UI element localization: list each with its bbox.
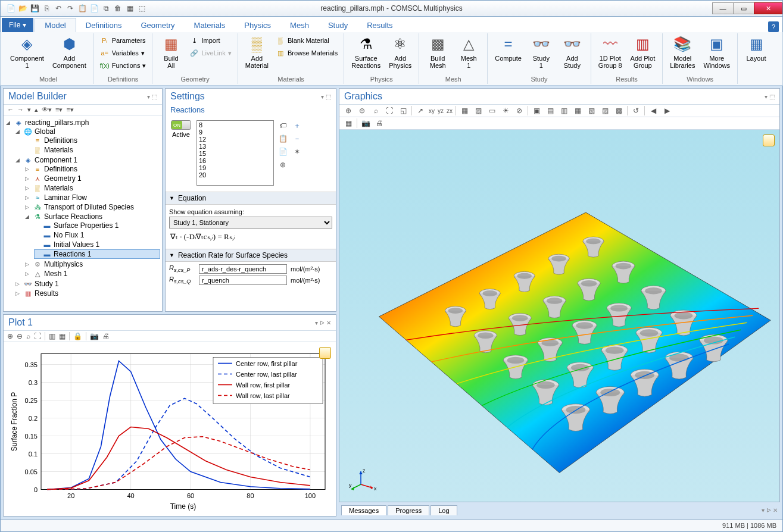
print-icon[interactable]: 🖨 — [374, 119, 385, 127]
tree-initvals[interactable]: ▬Initial Values 1 — [35, 240, 160, 249]
render-icon[interactable]: ▦ — [343, 119, 354, 127]
camera-icon[interactable]: 📷 — [360, 119, 371, 127]
zoom-in-icon[interactable]: ⊕ — [343, 107, 354, 115]
tab-messages[interactable]: Messages — [341, 505, 386, 515]
add-component-button[interactable]: ⬢Add Component — [49, 33, 90, 70]
sel2-icon[interactable]: ▤ — [545, 107, 556, 115]
livelink-button[interactable]: 🔗LiveLink ▾ — [187, 47, 233, 59]
tree-mats[interactable]: ▷▒Materials — [25, 184, 160, 192]
model-tree[interactable]: ◢◈reacting_pillars.mph ◢🌐Global ≡Definit… — [4, 115, 162, 311]
sel6-icon[interactable]: ▨ — [600, 107, 610, 115]
tab-progress[interactable]: Progress — [388, 505, 429, 515]
zoom-out-icon[interactable]: ⊖ — [357, 107, 367, 115]
tree-results[interactable]: ▷▥Results — [15, 289, 160, 298]
selection-item[interactable]: 19 — [198, 164, 273, 171]
tab-definitions[interactable]: Definitions — [76, 18, 132, 32]
model-libraries-button[interactable]: 📚Model Libraries — [666, 33, 698, 70]
build-mesh-button[interactable]: ▩Build Mesh — [423, 33, 453, 70]
selection-item[interactable]: 12 — [198, 136, 273, 143]
tree-mesh[interactable]: ▷△Mesh 1 — [25, 270, 160, 278]
zoom-out-icon[interactable]: ⊖ — [17, 332, 23, 340]
blank-material-button[interactable]: ▒Blank Material — [273, 35, 340, 46]
tab-geometry[interactable]: Geometry — [131, 18, 184, 32]
rate2-input[interactable] — [199, 276, 287, 285]
zoom-box-icon[interactable]: ⌕ — [26, 332, 30, 340]
undo-icon[interactable]: ↶ — [53, 3, 64, 14]
parameters-button[interactable]: PᵢParameters — [98, 35, 149, 46]
selection-item[interactable]: 20 — [198, 171, 273, 179]
window-icon[interactable]: ⬚ — [136, 3, 147, 14]
selection-listbox[interactable]: 89121315161920 — [196, 120, 274, 186]
sel3-icon[interactable]: ▥ — [559, 107, 569, 115]
study-select[interactable]: Study 1, Stationary — [169, 217, 332, 229]
layout-button[interactable]: ▦Layout — [741, 33, 771, 63]
tree-laminar[interactable]: ▷≈Laminar Flow — [25, 193, 160, 202]
save-icon[interactable]: 💾 — [29, 3, 40, 14]
remove-icon[interactable]: － — [292, 133, 302, 144]
tree-comp1[interactable]: ◢◈Component 1 — [15, 156, 160, 164]
paste-icon[interactable]: 📄 — [277, 146, 288, 157]
selection-item[interactable]: 9 — [198, 129, 273, 136]
collapse-icon[interactable]: ▴ — [35, 106, 38, 114]
tab-model[interactable]: Model — [35, 18, 76, 32]
open-icon[interactable]: 📂 — [17, 3, 28, 14]
close-button[interactable]: ✕ — [754, 2, 782, 14]
transp-icon[interactable]: ▦ — [459, 107, 470, 115]
copy-icon[interactable]: 📋 — [77, 3, 88, 14]
lock-icon[interactable]: 🔒 — [73, 332, 82, 340]
tab-mesh[interactable]: Mesh — [280, 18, 319, 32]
reset-icon[interactable]: ↺ — [631, 107, 641, 115]
tree-reactions[interactable]: ▬Reactions 1 — [35, 250, 160, 258]
zoom-box-icon[interactable]: ⌕ — [370, 107, 381, 115]
rate-section-hdr[interactable]: ▼Reaction Rate for Surface Species — [166, 249, 336, 262]
active-toggle[interactable]: ON — [171, 120, 191, 130]
eye-icon[interactable]: 👁▾ — [42, 106, 52, 114]
expand-icon[interactable]: ▾ — [27, 106, 31, 114]
panel-controls[interactable]: ▾ ⬚ — [147, 93, 157, 100]
study1-button[interactable]: 👓Study 1 — [526, 33, 556, 70]
tree-global[interactable]: ◢🌐Global — [15, 127, 160, 136]
panel-controls[interactable]: ▾ ᐅ ✕ — [762, 507, 778, 514]
sel4-icon[interactable]: ▦ — [572, 107, 583, 115]
tree-tds[interactable]: ▷⁂Transport of Diluted Species — [25, 203, 160, 211]
selection-item[interactable]: 13 — [198, 143, 273, 150]
graphics-canvas[interactable]: x y z — [339, 130, 779, 502]
save-as-icon[interactable]: ⎘ — [41, 3, 52, 14]
tree-geom[interactable]: ▷⋏Geometry 1 — [25, 174, 160, 183]
grid-icon[interactable]: ▥ — [49, 332, 55, 340]
zoom-extents-icon[interactable]: ⛶ — [34, 332, 41, 340]
axis-icon[interactable]: ↗ — [415, 107, 426, 115]
compute-button[interactable]: =Compute — [491, 33, 525, 63]
minimize-button[interactable]: — — [712, 2, 734, 14]
component-button[interactable]: ◈Component 1 — [7, 33, 48, 70]
sel1-icon[interactable]: ▣ — [531, 107, 542, 115]
new-icon[interactable]: 📄 — [5, 3, 16, 14]
add-material-button[interactable]: ▒Add Material — [242, 33, 272, 70]
panel-controls[interactable]: ▾ ⬚ — [765, 93, 775, 100]
selection-item[interactable]: 16 — [198, 157, 273, 164]
grid2-icon[interactable]: ▦ — [59, 332, 65, 340]
surface-reactions-button[interactable]: ⚗Surface Reactions — [348, 33, 384, 70]
tree-surface-props[interactable]: ▬Surface Properties 1 — [35, 221, 160, 230]
hide-icon[interactable]: ▭ — [486, 107, 497, 115]
help-button[interactable]: ? — [768, 21, 779, 32]
tree-global-mats[interactable]: ▒Materials — [25, 146, 160, 154]
import-button[interactable]: ⤓Import — [187, 35, 233, 46]
redo-icon[interactable]: ↷ — [65, 3, 76, 14]
tab-log[interactable]: Log — [431, 505, 457, 515]
functions-button[interactable]: f(x)Functions ▾ — [98, 60, 149, 71]
duplicate-icon[interactable]: ⧉ — [101, 3, 111, 14]
equation-section-hdr[interactable]: ▼Equation — [166, 192, 336, 205]
selection-item[interactable]: 15 — [198, 150, 273, 157]
print-icon[interactable]: 🖨 — [102, 332, 110, 340]
fwd-icon[interactable]: → — [17, 106, 24, 114]
fwd-icon[interactable]: ▶ — [662, 107, 672, 115]
selection-item[interactable]: 8 — [198, 121, 273, 129]
sel5-icon[interactable]: ▧ — [586, 107, 597, 115]
xy-icon[interactable]: xy — [429, 108, 435, 114]
panel-controls[interactable]: ▾ ⬚ — [321, 93, 331, 100]
add-plot-button[interactable]: ▥Add Plot Group — [627, 33, 659, 70]
tree-sr[interactable]: ◢⚗Surface Reactions — [25, 212, 160, 221]
mesh1-button[interactable]: △Mesh 1 — [454, 33, 483, 70]
zoom-sel-icon[interactable]: ◱ — [398, 107, 408, 115]
